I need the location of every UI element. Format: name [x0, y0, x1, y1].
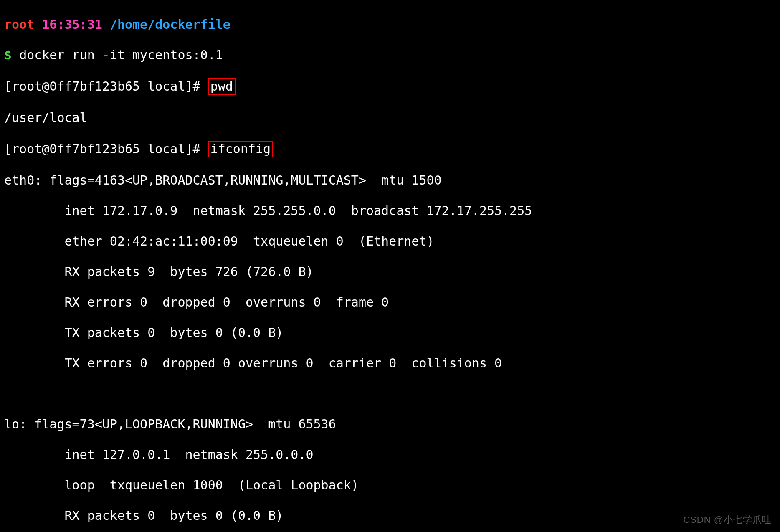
ps1-path: /home/dockerfile: [110, 17, 230, 32]
output-ifconfig-lo-3: loop txqueuelen 1000 (Local Loopback): [4, 478, 776, 493]
terminal-window[interactable]: root 16:35:31 /home/dockerfile $ docker …: [0, 0, 780, 532]
output-ifconfig-eth0-6: TX packets 0 bytes 0 (0.0 B): [4, 325, 776, 341]
output-ifconfig-eth0-1: eth0: flags=4163<UP,BROADCAST,RUNNING,MU…: [4, 173, 776, 188]
ps1-time: 16:35:31: [42, 17, 102, 32]
input-line-pwd[interactable]: [root@0ff7bf123b65 local]# pwd: [4, 78, 776, 95]
output-ifconfig-eth0-2: inet 172.17.0.9 netmask 255.255.0.0 broa…: [4, 203, 776, 219]
output-ifconfig-eth0-7: TX errors 0 dropped 0 overruns 0 carrier…: [4, 356, 776, 371]
output-pwd: /user/local: [4, 110, 776, 126]
input-line-ifconfig[interactable]: [root@0ff7bf123b65 local]# ifconfig: [4, 141, 776, 158]
input-line-docker-run[interactable]: $ docker run -it mycentos:0.1: [4, 48, 776, 63]
ps1-user: root: [4, 17, 34, 32]
command-docker-run: docker run -it mycentos:0.1: [19, 48, 223, 62]
output-ifconfig-eth0-4: RX packets 9 bytes 726 (726.0 B): [4, 264, 776, 280]
ps1-line: root 16:35:31 /home/dockerfile: [4, 17, 776, 33]
prompt-symbol: $: [4, 48, 12, 62]
output-ifconfig-eth0-5: RX errors 0 dropped 0 overruns 0 frame 0: [4, 295, 776, 310]
command-pwd: pwd: [208, 78, 236, 95]
container-prompt: [root@0ff7bf123b65 local]#: [4, 142, 200, 156]
watermark-text: CSDN @小七学爪哇: [683, 514, 772, 526]
command-ifconfig: ifconfig: [208, 141, 274, 158]
output-ifconfig-eth0-3: ether 02:42:ac:11:00:09 txqueuelen 0 (Et…: [4, 234, 776, 249]
output-ifconfig-lo-2: inet 127.0.0.1 netmask 255.0.0.0: [4, 447, 776, 463]
container-prompt: [root@0ff7bf123b65 local]#: [4, 79, 200, 94]
output-ifconfig-lo-1: lo: flags=73<UP,LOOPBACK,RUNNING> mtu 65…: [4, 417, 776, 432]
output-blank-line: [4, 386, 776, 402]
output-ifconfig-lo-4: RX packets 0 bytes 0 (0.0 B): [4, 508, 776, 524]
